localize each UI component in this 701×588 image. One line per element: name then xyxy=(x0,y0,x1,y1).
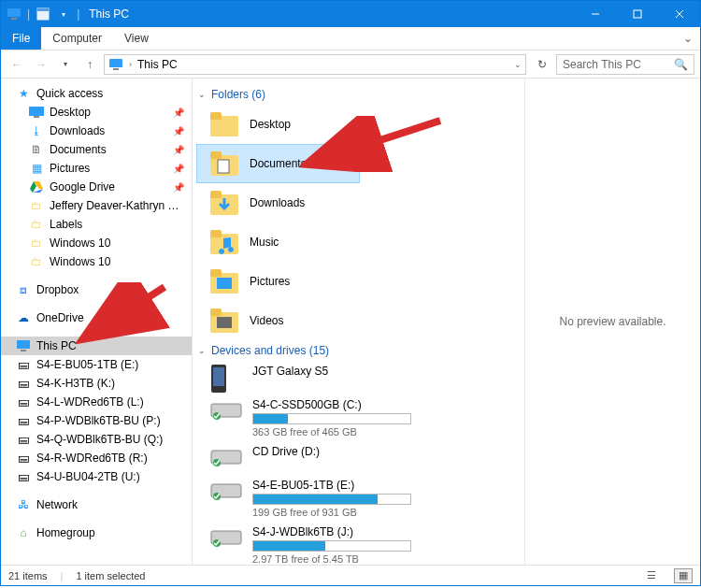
sidebar-item-documents[interactable]: 🗎Documents📌 xyxy=(1,140,192,159)
svg-rect-9 xyxy=(113,68,119,70)
folder-desktop[interactable]: Desktop xyxy=(196,105,360,144)
sidebar-item-google-drive[interactable]: Google Drive📌 xyxy=(1,178,192,196)
svg-rect-21 xyxy=(218,160,229,173)
tab-computer[interactable]: Computer xyxy=(41,27,113,50)
view-details-button[interactable]: ☰ xyxy=(642,568,661,583)
tab-file[interactable]: File xyxy=(1,27,41,50)
drive-free-text: 363 GB free of 465 GB xyxy=(252,426,411,437)
group-folders[interactable]: ⌄ Folders (6) xyxy=(196,84,524,105)
sidebar-drive[interactable]: 🖴S4-Q-WDBlk6TB-BU (Q:) xyxy=(1,430,192,449)
drive-icon xyxy=(209,445,243,471)
sidebar-quick-access[interactable]: ★ Quick access xyxy=(1,84,192,103)
forward-button[interactable]: → xyxy=(31,54,51,75)
drive-row[interactable]: S4-C-SSD500GB (C:)363 GB free of 465 GB xyxy=(196,394,524,441)
downloads-folder-icon xyxy=(210,189,238,217)
group-devices[interactable]: ⌄ Devices and drives (15) xyxy=(196,340,524,361)
navbar: ← → ▾ ↑ › This PC ⌄ ↻ Search This PC 🔍 xyxy=(1,50,700,79)
svg-rect-1 xyxy=(11,18,17,20)
address-bar[interactable]: › This PC ⌄ xyxy=(104,54,526,75)
svg-rect-0 xyxy=(7,8,21,17)
chevron-down-icon[interactable]: ⌄ xyxy=(198,346,206,355)
drive-icon: 🖴 xyxy=(16,357,31,372)
pc-icon xyxy=(108,58,123,71)
sidebar-this-pc[interactable]: This PC xyxy=(1,337,192,355)
svg-rect-16 xyxy=(21,350,26,351)
close-button[interactable] xyxy=(658,1,700,27)
drive-usage-bar xyxy=(252,413,411,424)
pin-icon: 📌 xyxy=(173,145,184,155)
drive-icon: 🖴 xyxy=(16,376,31,391)
sidebar-item-folder[interactable]: 🗀Labels xyxy=(1,215,192,234)
svg-rect-31 xyxy=(217,317,232,328)
documents-folder-icon xyxy=(210,150,238,178)
sidebar-item-folder[interactable]: 🗀Windows 10 xyxy=(1,234,192,252)
history-dropdown[interactable]: ▾ xyxy=(55,54,76,75)
tab-view[interactable]: View xyxy=(113,27,160,50)
documents-icon: 🗎 xyxy=(29,142,44,157)
sidebar-drive[interactable]: 🖴S4-E-BU05-1TB (E:) xyxy=(1,355,192,374)
dropbox-icon: ⧈ xyxy=(16,282,31,297)
svg-rect-18 xyxy=(210,112,222,120)
phone-icon xyxy=(209,365,243,391)
search-icon: 🔍 xyxy=(674,58,688,71)
sidebar-dropbox[interactable]: ⧈Dropbox xyxy=(1,280,192,299)
sidebar-drive[interactable]: 🖴S4-R-WDRed6TB (R:) xyxy=(1,449,192,467)
drive-row[interactable]: S4-E-BU05-1TB (E:)199 GB free of 931 GB xyxy=(196,475,524,522)
desktop-icon xyxy=(29,105,44,120)
folder-downloads[interactable]: Downloads xyxy=(196,183,360,222)
drive-name: CD Drive (D:) xyxy=(252,445,320,458)
back-button[interactable]: ← xyxy=(7,54,27,75)
preview-text: No preview available. xyxy=(559,315,665,328)
drive-row[interactable]: S4-J-WDBlk6TB (J:)2.97 TB free of 5.45 T… xyxy=(196,522,524,565)
pin-icon: 📌 xyxy=(173,182,184,193)
sidebar-item-desktop[interactable]: Desktop📌 xyxy=(1,103,192,122)
sidebar-drive[interactable]: 🖴S4-U-BU04-2TB (U:) xyxy=(1,467,192,486)
sidebar: ★ Quick access Desktop📌 ⭳Downloads📌 🗎Doc… xyxy=(1,79,193,565)
chevron-right-icon[interactable]: › xyxy=(129,60,132,69)
drive-icon: 🖴 xyxy=(16,469,31,484)
drive-usage-bar xyxy=(252,494,411,505)
refresh-button[interactable]: ↻ xyxy=(532,54,552,75)
folder-pictures[interactable]: Pictures xyxy=(196,262,360,301)
drive-icon: 🖴 xyxy=(16,413,31,428)
expand-ribbon-icon[interactable]: ⌄ xyxy=(683,27,693,50)
pin-icon: 📌 xyxy=(173,108,184,118)
drive-free-text: 2.97 TB free of 5.45 TB xyxy=(252,553,411,565)
folder-videos[interactable]: Videos xyxy=(196,301,360,340)
folder-music[interactable]: Music xyxy=(196,222,360,262)
star-icon: ★ xyxy=(16,86,31,101)
search-input[interactable]: Search This PC 🔍 xyxy=(556,54,694,75)
drive-row[interactable]: CD Drive (D:) xyxy=(196,441,524,475)
pin-icon: 📌 xyxy=(173,164,184,174)
sidebar-network[interactable]: 🖧Network xyxy=(1,495,192,514)
sidebar-drive[interactable]: 🖴S4-P-WDBlk6TB-BU (P:) xyxy=(1,411,192,430)
maximize-button[interactable] xyxy=(616,1,658,27)
drive-icon: 🖴 xyxy=(16,432,31,447)
sidebar-homegroup[interactable]: ⌂Homegroup xyxy=(1,523,192,542)
drive-icon xyxy=(209,525,243,552)
device-phone[interactable]: JGT Galaxy S5 xyxy=(196,361,524,394)
network-icon: 🖧 xyxy=(16,497,31,512)
sidebar-item-pictures[interactable]: ▦Pictures📌 xyxy=(1,159,192,178)
sidebar-onedrive[interactable]: ☁OneDrive xyxy=(1,308,192,327)
breadcrumb[interactable]: This PC xyxy=(137,58,178,71)
sidebar-item-folder[interactable]: 🗀Windows 10 xyxy=(1,252,192,271)
pc-icon xyxy=(16,338,31,353)
content-pane[interactable]: ⌄ Folders (6) Desktop Documents Download… xyxy=(193,79,524,565)
svg-rect-23 xyxy=(210,191,222,198)
properties-icon[interactable] xyxy=(36,7,50,22)
sidebar-drive[interactable]: 🖴S4-K-H3TB (K:) xyxy=(1,374,192,393)
breadcrumb-dropdown-icon[interactable]: ⌄ xyxy=(514,60,522,69)
sidebar-item-folder[interactable]: 🗀Jeffery Deaver-Kathryn Dance 04-Solitud… xyxy=(1,196,192,215)
view-tiles-button[interactable]: ▦ xyxy=(674,568,693,583)
sidebar-drive[interactable]: 🖴S4-L-WDRed6TB (L:) xyxy=(1,393,192,411)
up-button[interactable]: ↑ xyxy=(79,54,100,75)
minimize-button[interactable] xyxy=(574,1,616,27)
music-folder-icon xyxy=(210,228,238,256)
folder-icon: 🗀 xyxy=(29,217,44,232)
explorer-icon xyxy=(7,7,21,22)
folder-documents[interactable]: Documents xyxy=(196,144,360,183)
chevron-down-icon[interactable]: ⌄ xyxy=(198,90,206,99)
sidebar-item-downloads[interactable]: ⭳Downloads📌 xyxy=(1,122,192,140)
qat-dropdown-icon[interactable]: ▾ xyxy=(56,7,71,22)
